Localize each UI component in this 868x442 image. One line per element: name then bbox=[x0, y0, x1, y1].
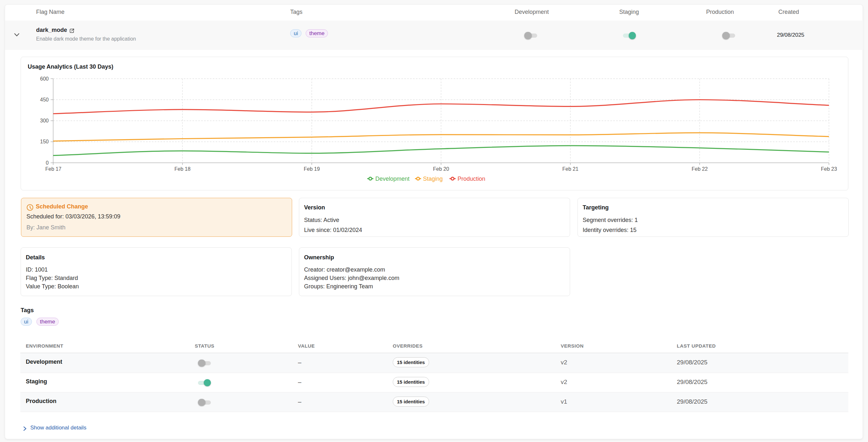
svg-text:Production: Production bbox=[458, 176, 485, 182]
svg-text:600: 600 bbox=[40, 76, 49, 81]
svg-text:Feb 19: Feb 19 bbox=[304, 166, 320, 172]
svg-text:Feb 20: Feb 20 bbox=[433, 166, 449, 172]
svg-text:Feb 23: Feb 23 bbox=[821, 166, 837, 172]
svg-text:150: 150 bbox=[40, 139, 49, 144]
svg-text:Feb 22: Feb 22 bbox=[692, 166, 708, 172]
svg-text:Staging: Staging bbox=[423, 176, 443, 182]
svg-text:0: 0 bbox=[46, 160, 49, 166]
svg-text:Feb 17: Feb 17 bbox=[45, 166, 62, 172]
svg-text:450: 450 bbox=[40, 97, 49, 102]
svg-text:Development: Development bbox=[375, 176, 409, 182]
svg-text:300: 300 bbox=[40, 118, 49, 124]
svg-text:Feb 18: Feb 18 bbox=[175, 166, 191, 172]
svg-text:Feb 21: Feb 21 bbox=[562, 166, 579, 172]
